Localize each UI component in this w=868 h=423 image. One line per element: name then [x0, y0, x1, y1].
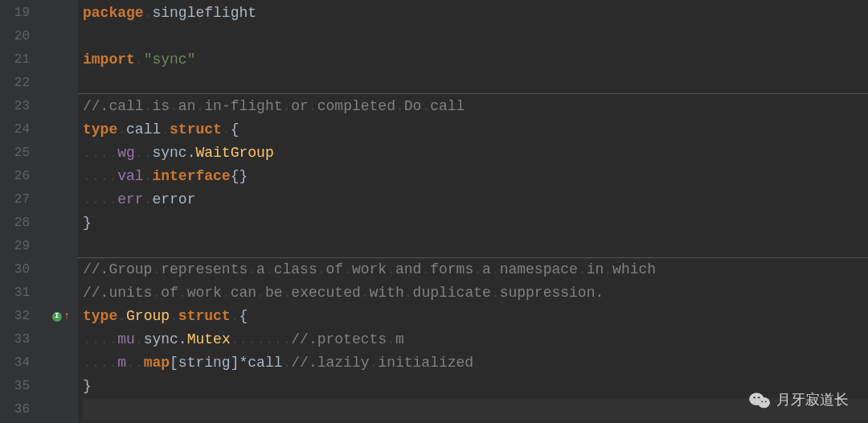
line-number: 21 — [0, 48, 44, 72]
line-number: 33 — [0, 328, 44, 351]
line-number: 30 — [0, 258, 44, 281]
code-line[interactable]: import."sync" — [83, 48, 868, 72]
code-line[interactable]: package.singleflight — [83, 2, 868, 25]
code-line[interactable]: //.units.of.work.can.be.executed.with.du… — [83, 281, 868, 305]
line-number: 31 — [0, 281, 44, 305]
line-number: 20 — [0, 25, 44, 48]
line-number: 26 — [0, 165, 44, 188]
line-number: 23 — [0, 95, 44, 118]
line-number: 19 — [0, 2, 44, 25]
gutter-markers: I ↑ — [44, 0, 78, 423]
code-line[interactable]: } — [83, 212, 868, 235]
line-number: 29 — [0, 235, 44, 258]
watermark-text: 月牙寂道长 — [776, 388, 849, 412]
code-line[interactable] — [83, 25, 868, 48]
code-line[interactable]: ....mu.sync.Mutex.......//.protects.m — [83, 328, 868, 351]
code-line[interactable]: ....m..map[string]*call.//.lazily.initia… — [83, 351, 868, 375]
svg-point-5 — [758, 396, 760, 398]
arrow-up-icon[interactable]: ↑ — [63, 305, 70, 328]
code-content[interactable]: package.singleflight import."sync" //.ca… — [78, 0, 868, 423]
code-line[interactable]: //.call.is.an.in-flight.or.completed.Do.… — [83, 95, 868, 118]
svg-point-3 — [758, 397, 770, 408]
code-line[interactable]: ....err.error — [83, 188, 868, 212]
code-line[interactable]: ....val.interface{} — [83, 165, 868, 188]
line-number: 27 — [0, 188, 44, 212]
svg-point-4 — [753, 396, 755, 398]
code-line[interactable] — [83, 72, 868, 95]
code-editor: 19 20 21 22 23 24 25 26 27 28 29 30 31 3… — [0, 0, 868, 423]
line-number: 25 — [0, 142, 44, 165]
wechat-icon — [749, 392, 770, 409]
svg-point-6 — [761, 400, 763, 402]
line-number: 36 — [0, 398, 44, 421]
code-line[interactable]: type.Group.struct.{ — [83, 305, 868, 328]
line-number: 32 — [0, 305, 44, 328]
line-number: 28 — [0, 212, 44, 235]
fold-divider — [78, 93, 868, 94]
code-line[interactable] — [83, 235, 868, 258]
svg-point-7 — [765, 400, 767, 402]
line-number-gutter: 19 20 21 22 23 24 25 26 27 28 29 30 31 3… — [0, 0, 44, 423]
watermark: 月牙寂道长 — [749, 388, 849, 412]
fold-divider — [78, 257, 868, 258]
gutter-marker-row[interactable]: I ↑ — [44, 305, 78, 328]
line-number: 22 — [0, 72, 44, 95]
line-number: 35 — [0, 375, 44, 398]
code-line[interactable]: type.call.struct.{ — [83, 118, 868, 142]
line-number: 34 — [0, 351, 44, 375]
implements-icon[interactable]: I — [52, 312, 62, 322]
line-number: 24 — [0, 118, 44, 142]
code-line[interactable]: ....wg..sync.WaitGroup — [83, 142, 868, 165]
code-line[interactable]: //.Group.represents.a.class.of.work.and.… — [83, 258, 868, 281]
